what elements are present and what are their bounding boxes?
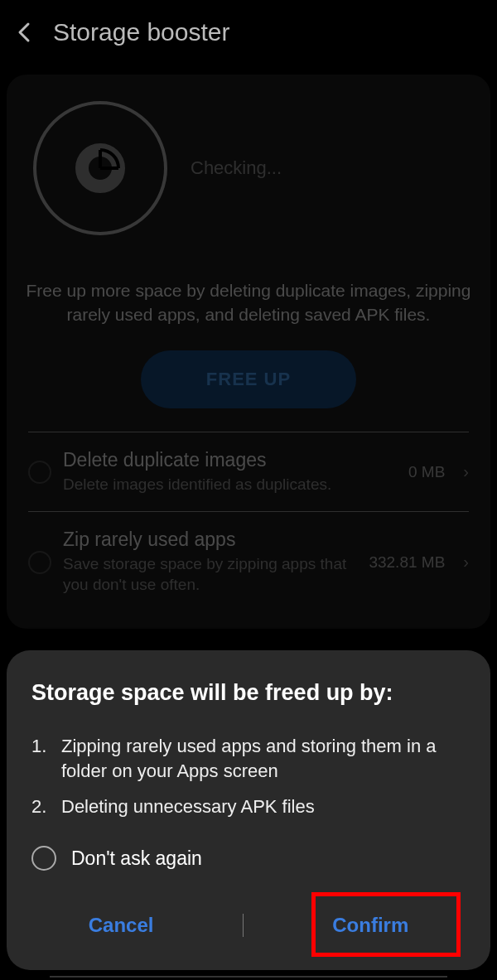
page-title: Storage booster — [53, 18, 229, 46]
dialog-point: 1.Zipping rarely used apps and storing t… — [31, 734, 466, 783]
list-item[interactable]: Zip rarely used apps Save storage space … — [23, 512, 474, 611]
confirm-button[interactable]: Confirm — [307, 904, 433, 947]
checkbox-icon[interactable] — [28, 461, 51, 484]
app-header: Storage booster — [0, 0, 497, 65]
checkbox-icon[interactable] — [28, 551, 51, 574]
radio-icon[interactable] — [31, 846, 56, 871]
action-divider — [243, 914, 244, 937]
bottom-line — [50, 976, 447, 978]
item-size: 0 MB — [408, 463, 445, 481]
item-text: Delete duplicate images Delete images id… — [63, 449, 397, 495]
item-text: Zip rarely used apps Save storage space … — [63, 529, 357, 595]
main-card: Checking... Free up more space by deleti… — [7, 75, 490, 629]
back-icon[interactable] — [13, 21, 36, 44]
dont-ask-row[interactable]: Don't ask again — [31, 846, 466, 871]
item-subtitle: Save storage space by zipping apps that … — [63, 554, 357, 595]
status-row: Checking... — [23, 101, 474, 255]
dialog-actions: Cancel Confirm — [31, 904, 466, 947]
dialog-point-text: Deleting unnecessary APK files — [61, 794, 315, 819]
free-up-button[interactable]: FREE UP — [141, 350, 356, 408]
status-text: Checking... — [191, 157, 282, 179]
dont-ask-label: Don't ask again — [71, 847, 202, 870]
progress-ring-icon — [33, 101, 167, 235]
description-text: Free up more space by deleting duplicate… — [23, 278, 474, 327]
dialog-point-text: Zipping rarely used apps and storing the… — [61, 734, 466, 783]
confirm-dialog: Storage space will be freed up by: 1.Zip… — [7, 650, 490, 970]
dialog-point: 2.Deleting unnecessary APK files — [31, 794, 466, 819]
chevron-right-icon[interactable]: › — [463, 553, 469, 572]
item-title: Zip rarely used apps — [63, 529, 357, 551]
item-title: Delete duplicate images — [63, 449, 397, 471]
item-size: 332.81 MB — [369, 553, 445, 572]
dialog-list: 1.Zipping rarely used apps and storing t… — [31, 734, 466, 819]
dialog-title: Storage space will be freed up by: — [31, 680, 466, 706]
item-subtitle: Delete images identified as duplicates. — [63, 475, 397, 495]
chevron-right-icon[interactable]: › — [463, 462, 469, 481]
donut-icon — [75, 143, 125, 193]
list-item[interactable]: Delete duplicate images Delete images id… — [23, 432, 474, 512]
cancel-button[interactable]: Cancel — [64, 904, 179, 947]
